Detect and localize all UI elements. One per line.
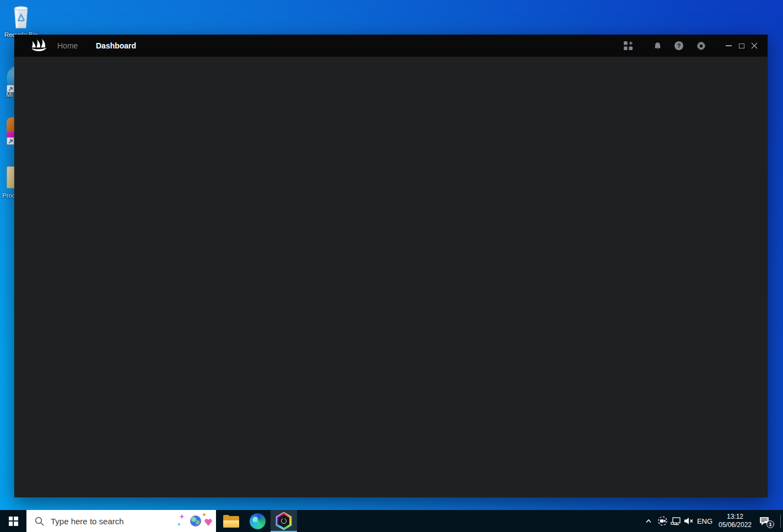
settings-gear-icon[interactable]: [696, 41, 706, 51]
network-status-button[interactable]: [669, 510, 682, 532]
chevron-up-icon: [645, 517, 652, 525]
search-input[interactable]: [51, 517, 161, 526]
recycle-bin-icon: [8, 3, 34, 31]
meet-now-button[interactable]: [656, 510, 669, 532]
shortcut-arrow-icon: [7, 137, 14, 145]
taskbar-icue-button-active[interactable]: [271, 510, 297, 532]
desktop-icon-label[interactable]: Mi: [6, 91, 13, 98]
desktop: Recycle Bin Mi Proc Home Dashboard: [0, 0, 783, 532]
taskbar-edge-button[interactable]: [244, 510, 271, 532]
volume-button[interactable]: [682, 510, 695, 532]
language-indicator[interactable]: ENG: [695, 510, 714, 532]
help-icon[interactable]: ?: [674, 41, 684, 51]
show-hidden-icons-button[interactable]: [642, 510, 655, 532]
dot-decor: [178, 523, 180, 525]
heart-icon: [204, 519, 212, 526]
windows-logo-icon: [9, 517, 18, 526]
tab-dashboard[interactable]: Dashboard: [96, 35, 136, 57]
corsair-logo-icon: [31, 39, 47, 53]
icue-titlebar[interactable]: Home Dashboard ?: [14, 35, 768, 57]
desktop-icon-recycle-bin[interactable]: [8, 3, 34, 33]
close-icon: [751, 42, 758, 49]
start-button[interactable]: [0, 510, 26, 532]
taskbar-file-explorer-button[interactable]: [218, 510, 244, 532]
search-highlight-art: [175, 510, 213, 532]
edge-browser-icon: [250, 513, 266, 529]
meet-now-camera-icon: [657, 516, 668, 526]
taskbar: ENG 13:12 05/06/2022 1: [0, 510, 783, 532]
dot-decor: [203, 513, 206, 516]
notification-count-badge: 1: [766, 520, 774, 528]
icue-app-icon: [276, 512, 293, 530]
close-button[interactable]: [748, 35, 761, 57]
add-widget-icon[interactable]: [623, 41, 633, 51]
minimize-button[interactable]: [722, 35, 735, 57]
search-icon: [35, 517, 44, 526]
icue-window: Home Dashboard ?: [14, 35, 768, 497]
show-desktop-button[interactable]: [778, 510, 782, 532]
notifications-bell-icon[interactable]: [652, 41, 662, 51]
tray-date: 05/06/2022: [719, 521, 752, 529]
volume-muted-icon: [684, 517, 694, 525]
clock[interactable]: 13:12 05/06/2022: [715, 510, 755, 532]
icue-content-area: [14, 57, 768, 497]
file-explorer-icon: [223, 515, 239, 528]
ethernet-network-icon: [671, 517, 681, 526]
tab-home[interactable]: Home: [57, 35, 78, 57]
taskbar-search[interactable]: [26, 510, 216, 532]
action-center-button[interactable]: 1: [755, 510, 775, 532]
tray-time: 13:12: [727, 513, 743, 521]
globe-icon: [190, 515, 201, 526]
maximize-button[interactable]: [735, 35, 748, 57]
desktop-icon-label[interactable]: Proc: [2, 192, 15, 199]
sparkle-icon: [179, 514, 185, 519]
